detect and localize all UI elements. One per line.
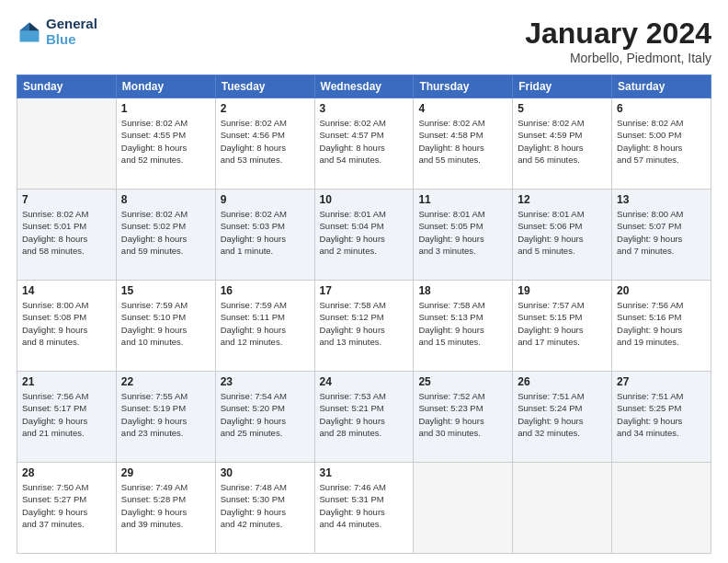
day-number: 26: [518, 375, 607, 388]
day-info: Sunrise: 8:00 AMSunset: 5:07 PMDaylight:…: [617, 208, 706, 257]
calendar-week-row: 28Sunrise: 7:50 AMSunset: 5:27 PMDayligh…: [17, 463, 711, 554]
table-row: [17, 98, 117, 190]
day-info: Sunrise: 8:02 AMSunset: 4:58 PMDaylight:…: [418, 117, 507, 166]
logo-icon: [17, 19, 42, 45]
table-row: 28Sunrise: 7:50 AMSunset: 5:27 PMDayligh…: [17, 463, 117, 554]
col-friday: Friday: [513, 75, 612, 98]
day-number: 10: [320, 193, 409, 206]
table-row: 11Sunrise: 8:01 AMSunset: 5:05 PMDayligh…: [414, 190, 513, 281]
logo-text: General Blue: [46, 17, 97, 47]
svg-marker-2: [20, 22, 30, 30]
day-number: 21: [22, 375, 111, 388]
day-info: Sunrise: 7:46 AMSunset: 5:31 PMDaylight:…: [320, 481, 409, 530]
col-sunday: Sunday: [17, 75, 117, 98]
table-row: 18Sunrise: 7:58 AMSunset: 5:13 PMDayligh…: [414, 281, 513, 372]
table-row: 9Sunrise: 8:02 AMSunset: 5:03 PMDaylight…: [215, 190, 314, 281]
day-number: 2: [221, 102, 310, 115]
day-info: Sunrise: 8:02 AMSunset: 4:56 PMDaylight:…: [221, 117, 310, 166]
table-row: 1Sunrise: 8:02 AMSunset: 4:55 PMDaylight…: [116, 98, 215, 190]
day-info: Sunrise: 7:51 AMSunset: 5:24 PMDaylight:…: [518, 390, 607, 439]
day-number: 16: [221, 284, 310, 297]
calendar-header-row: Sunday Monday Tuesday Wednesday Thursday…: [17, 75, 711, 98]
day-info: Sunrise: 7:58 AMSunset: 5:13 PMDaylight:…: [418, 299, 507, 348]
col-monday: Monday: [116, 75, 215, 98]
month-title: January 2024: [525, 17, 711, 51]
day-info: Sunrise: 7:53 AMSunset: 5:21 PMDaylight:…: [320, 390, 409, 439]
day-info: Sunrise: 8:02 AMSunset: 5:00 PMDaylight:…: [617, 117, 706, 166]
calendar-week-row: 7Sunrise: 8:02 AMSunset: 5:01 PMDaylight…: [17, 190, 711, 281]
day-info: Sunrise: 7:51 AMSunset: 5:25 PMDaylight:…: [617, 390, 706, 439]
col-thursday: Thursday: [414, 75, 513, 98]
day-number: 3: [320, 102, 409, 115]
table-row: 23Sunrise: 7:54 AMSunset: 5:20 PMDayligh…: [215, 372, 314, 463]
day-number: 7: [22, 193, 111, 206]
day-number: 9: [221, 193, 310, 206]
title-block: January 2024 Morbello, Piedmont, Italy: [525, 17, 711, 65]
col-tuesday: Tuesday: [215, 75, 314, 98]
table-row: [414, 463, 513, 554]
col-wednesday: Wednesday: [314, 75, 414, 98]
day-info: Sunrise: 8:02 AMSunset: 5:01 PMDaylight:…: [22, 208, 111, 257]
location-subtitle: Morbello, Piedmont, Italy: [525, 51, 711, 65]
day-number: 29: [121, 466, 210, 479]
day-number: 4: [418, 102, 507, 115]
day-info: Sunrise: 8:01 AMSunset: 5:05 PMDaylight:…: [418, 208, 507, 257]
day-info: Sunrise: 8:02 AMSunset: 4:57 PMDaylight:…: [320, 117, 409, 166]
day-info: Sunrise: 7:56 AMSunset: 5:17 PMDaylight:…: [22, 390, 111, 439]
day-info: Sunrise: 7:54 AMSunset: 5:20 PMDaylight:…: [221, 390, 310, 439]
day-info: Sunrise: 7:59 AMSunset: 5:11 PMDaylight:…: [221, 299, 310, 348]
calendar-week-row: 1Sunrise: 8:02 AMSunset: 4:55 PMDaylight…: [17, 98, 711, 190]
day-info: Sunrise: 7:56 AMSunset: 5:16 PMDaylight:…: [617, 299, 706, 348]
day-number: 12: [518, 193, 607, 206]
table-row: 10Sunrise: 8:01 AMSunset: 5:04 PMDayligh…: [314, 190, 414, 281]
day-info: Sunrise: 8:01 AMSunset: 5:06 PMDaylight:…: [518, 208, 607, 257]
day-number: 13: [617, 193, 706, 206]
day-info: Sunrise: 7:52 AMSunset: 5:23 PMDaylight:…: [418, 390, 507, 439]
table-row: 7Sunrise: 8:02 AMSunset: 5:01 PMDaylight…: [17, 190, 117, 281]
table-row: 19Sunrise: 7:57 AMSunset: 5:15 PMDayligh…: [513, 281, 612, 372]
day-number: 6: [617, 102, 706, 115]
table-row: 24Sunrise: 7:53 AMSunset: 5:21 PMDayligh…: [314, 372, 414, 463]
day-info: Sunrise: 8:02 AMSunset: 4:55 PMDaylight:…: [121, 117, 210, 166]
day-number: 11: [418, 193, 507, 206]
calendar-week-row: 21Sunrise: 7:56 AMSunset: 5:17 PMDayligh…: [17, 372, 711, 463]
table-row: 26Sunrise: 7:51 AMSunset: 5:24 PMDayligh…: [513, 372, 612, 463]
table-row: 22Sunrise: 7:55 AMSunset: 5:19 PMDayligh…: [116, 372, 215, 463]
table-row: 14Sunrise: 8:00 AMSunset: 5:08 PMDayligh…: [17, 281, 117, 372]
table-row: 30Sunrise: 7:48 AMSunset: 5:30 PMDayligh…: [215, 463, 314, 554]
calendar-table: Sunday Monday Tuesday Wednesday Thursday…: [17, 75, 711, 554]
table-row: [612, 463, 711, 554]
table-row: 6Sunrise: 8:02 AMSunset: 5:00 PMDaylight…: [612, 98, 711, 190]
day-info: Sunrise: 8:02 AMSunset: 5:03 PMDaylight:…: [221, 208, 310, 257]
day-number: 17: [320, 284, 409, 297]
table-row: 5Sunrise: 8:02 AMSunset: 4:59 PMDaylight…: [513, 98, 612, 190]
logo: General Blue: [17, 17, 97, 47]
day-number: 28: [22, 466, 111, 479]
day-info: Sunrise: 7:58 AMSunset: 5:12 PMDaylight:…: [320, 299, 409, 348]
col-saturday: Saturday: [612, 75, 711, 98]
calendar-week-row: 14Sunrise: 8:00 AMSunset: 5:08 PMDayligh…: [17, 281, 711, 372]
table-row: 31Sunrise: 7:46 AMSunset: 5:31 PMDayligh…: [314, 463, 414, 554]
table-row: 16Sunrise: 7:59 AMSunset: 5:11 PMDayligh…: [215, 281, 314, 372]
table-row: 29Sunrise: 7:49 AMSunset: 5:28 PMDayligh…: [116, 463, 215, 554]
svg-marker-1: [29, 22, 40, 30]
header: General Blue January 2024 Morbello, Pied…: [17, 17, 711, 65]
day-number: 22: [121, 375, 210, 388]
day-number: 5: [518, 102, 607, 115]
table-row: 15Sunrise: 7:59 AMSunset: 5:10 PMDayligh…: [116, 281, 215, 372]
day-info: Sunrise: 7:50 AMSunset: 5:27 PMDaylight:…: [22, 481, 111, 530]
day-info: Sunrise: 7:48 AMSunset: 5:30 PMDaylight:…: [221, 481, 310, 530]
day-info: Sunrise: 8:01 AMSunset: 5:04 PMDaylight:…: [320, 208, 409, 257]
day-number: 19: [518, 284, 607, 297]
day-info: Sunrise: 7:59 AMSunset: 5:10 PMDaylight:…: [121, 299, 210, 348]
day-info: Sunrise: 7:55 AMSunset: 5:19 PMDaylight:…: [121, 390, 210, 439]
day-info: Sunrise: 8:02 AMSunset: 5:02 PMDaylight:…: [121, 208, 210, 257]
day-number: 20: [617, 284, 706, 297]
table-row: 4Sunrise: 8:02 AMSunset: 4:58 PMDaylight…: [414, 98, 513, 190]
day-number: 18: [418, 284, 507, 297]
day-number: 14: [22, 284, 111, 297]
day-number: 31: [320, 466, 409, 479]
day-number: 30: [221, 466, 310, 479]
table-row: 2Sunrise: 8:02 AMSunset: 4:56 PMDaylight…: [215, 98, 314, 190]
table-row: 21Sunrise: 7:56 AMSunset: 5:17 PMDayligh…: [17, 372, 117, 463]
